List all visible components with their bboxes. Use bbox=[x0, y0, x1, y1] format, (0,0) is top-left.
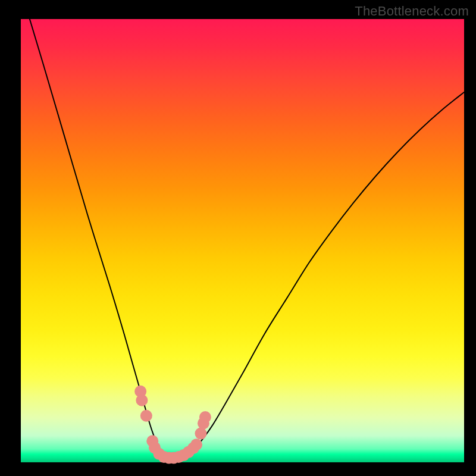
chart-svg bbox=[21, 19, 464, 462]
watermark-text: TheBottleneck.com bbox=[355, 4, 469, 19]
marker-dot bbox=[140, 410, 152, 422]
marker-dot bbox=[195, 428, 206, 440]
plot-area bbox=[21, 19, 464, 462]
marker-dot bbox=[199, 411, 211, 423]
bottleneck-curve bbox=[30, 19, 464, 458]
marker-dot bbox=[190, 439, 202, 450]
highlight-markers bbox=[134, 386, 211, 464]
marker-dot bbox=[136, 394, 148, 406]
